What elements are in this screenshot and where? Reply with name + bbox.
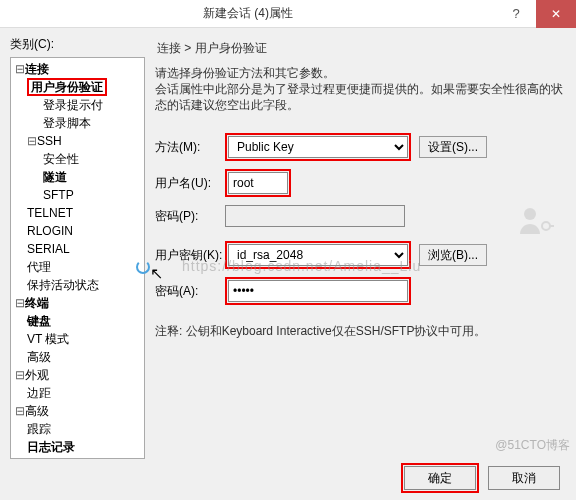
tree-sftp[interactable]: SFTP bbox=[43, 188, 74, 202]
tree-keyboard[interactable]: 键盘 bbox=[27, 314, 51, 328]
help-button[interactable]: ? bbox=[496, 0, 536, 28]
expand-icon[interactable]: ⊟ bbox=[15, 367, 25, 383]
tree-adv-term[interactable]: 高级 bbox=[27, 350, 51, 364]
tree-advanced[interactable]: 高级 bbox=[25, 404, 49, 418]
tree-zmodem[interactable]: ZMODEM bbox=[27, 458, 80, 459]
username-label: 用户名(U): bbox=[155, 175, 225, 192]
tree-terminal[interactable]: 终端 bbox=[25, 296, 49, 310]
tree-margin[interactable]: 边距 bbox=[27, 386, 51, 400]
category-label: 类别(C): bbox=[10, 36, 145, 53]
user-key-icon bbox=[518, 204, 554, 236]
userkey-label: 用户密钥(K): bbox=[155, 247, 225, 264]
titlebar: 新建会话 (4)属性 ? ✕ bbox=[0, 0, 576, 28]
close-button[interactable]: ✕ bbox=[536, 0, 576, 28]
note-text: 注释: 公钥和Keyboard Interactive仅在SSH/SFTP协议中… bbox=[155, 323, 566, 340]
tree-appearance[interactable]: 外观 bbox=[25, 368, 49, 382]
tree-rlogin[interactable]: RLOGIN bbox=[27, 224, 73, 238]
password-input bbox=[225, 205, 405, 227]
svg-point-1 bbox=[542, 222, 550, 230]
passphrase-input[interactable] bbox=[228, 280, 408, 302]
tree-proxy[interactable]: 代理 bbox=[27, 260, 51, 274]
description: 请选择身份验证方法和其它参数。 会话属性中此部分是为了登录过程更便捷而提供的。如… bbox=[155, 65, 566, 113]
loading-icon bbox=[136, 260, 150, 274]
method-label: 方法(M): bbox=[155, 139, 225, 156]
method-select[interactable]: Public Key bbox=[228, 136, 408, 158]
tree-ssh[interactable]: SSH bbox=[37, 134, 62, 148]
tree-login-prompt[interactable]: 登录提示付 bbox=[43, 98, 103, 112]
settings-button[interactable]: 设置(S)... bbox=[419, 136, 487, 158]
username-input[interactable] bbox=[228, 172, 288, 194]
tree-log[interactable]: 日志记录 bbox=[27, 440, 75, 454]
cancel-button[interactable]: 取消 bbox=[488, 466, 560, 490]
svg-rect-2 bbox=[549, 225, 554, 227]
breadcrumb-b[interactable]: 用户身份验证 bbox=[195, 41, 267, 55]
expand-icon[interactable]: ⊟ bbox=[15, 61, 25, 77]
tree-auth[interactable]: 用户身份验证 bbox=[27, 78, 107, 96]
expand-icon[interactable]: ⊟ bbox=[15, 295, 25, 311]
tree-telnet[interactable]: TELNET bbox=[27, 206, 73, 220]
category-tree[interactable]: ⊟连接 用户身份验证 登录提示付 登录脚本 ⊟SSH 安全性 隧道 SFTP T… bbox=[10, 57, 145, 459]
tree-serial[interactable]: SERIAL bbox=[27, 242, 70, 256]
userkey-select[interactable]: id_rsa_2048 bbox=[228, 244, 408, 266]
dialog-footer: 确定 取消 bbox=[0, 460, 576, 496]
browse-button[interactable]: 浏览(B)... bbox=[419, 244, 487, 266]
tree-connection[interactable]: 连接 bbox=[25, 62, 49, 76]
tree-vt[interactable]: VT 模式 bbox=[27, 332, 69, 346]
expand-icon[interactable]: ⊟ bbox=[27, 133, 37, 149]
ok-button[interactable]: 确定 bbox=[404, 466, 476, 490]
breadcrumb: 连接 > 用户身份验证 bbox=[155, 36, 566, 65]
breadcrumb-a[interactable]: 连接 bbox=[157, 41, 181, 55]
window-title: 新建会话 (4)属性 bbox=[0, 5, 496, 22]
svg-point-0 bbox=[524, 208, 536, 220]
passphrase-label: 密码(A): bbox=[155, 283, 225, 300]
tree-tunnel[interactable]: 隧道 bbox=[43, 170, 67, 184]
tree-security[interactable]: 安全性 bbox=[43, 152, 79, 166]
tree-trace[interactable]: 跟踪 bbox=[27, 422, 51, 436]
tree-keepalive[interactable]: 保持活动状态 bbox=[27, 278, 99, 292]
expand-icon[interactable]: ⊟ bbox=[15, 403, 25, 419]
tree-login-script[interactable]: 登录脚本 bbox=[43, 116, 91, 130]
password-label: 密码(P): bbox=[155, 208, 225, 225]
